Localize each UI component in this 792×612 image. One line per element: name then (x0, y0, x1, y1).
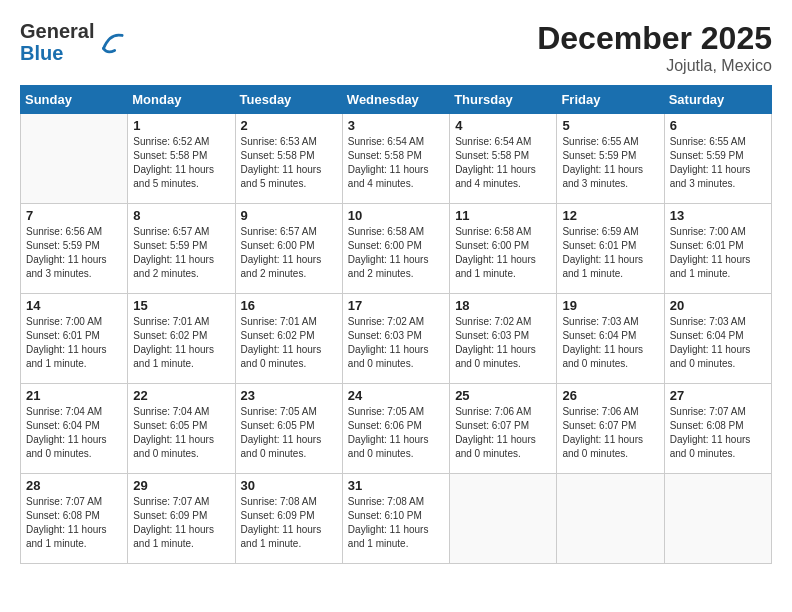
calendar-cell: 19Sunrise: 7:03 AM Sunset: 6:04 PM Dayli… (557, 294, 664, 384)
day-info: Sunrise: 7:05 AM Sunset: 6:05 PM Dayligh… (241, 405, 337, 461)
calendar-cell: 13Sunrise: 7:00 AM Sunset: 6:01 PM Dayli… (664, 204, 771, 294)
day-number: 4 (455, 118, 551, 133)
calendar-cell: 1Sunrise: 6:52 AM Sunset: 5:58 PM Daylig… (128, 114, 235, 204)
day-info: Sunrise: 7:01 AM Sunset: 6:02 PM Dayligh… (241, 315, 337, 371)
day-info: Sunrise: 7:05 AM Sunset: 6:06 PM Dayligh… (348, 405, 444, 461)
weekday-header-row: SundayMondayTuesdayWednesdayThursdayFrid… (21, 86, 772, 114)
day-number: 18 (455, 298, 551, 313)
calendar-cell: 27Sunrise: 7:07 AM Sunset: 6:08 PM Dayli… (664, 384, 771, 474)
calendar-cell: 21Sunrise: 7:04 AM Sunset: 6:04 PM Dayli… (21, 384, 128, 474)
day-number: 14 (26, 298, 122, 313)
calendar-cell (21, 114, 128, 204)
calendar-cell: 25Sunrise: 7:06 AM Sunset: 6:07 PM Dayli… (450, 384, 557, 474)
calendar-cell: 15Sunrise: 7:01 AM Sunset: 6:02 PM Dayli… (128, 294, 235, 384)
calendar-cell (450, 474, 557, 564)
day-number: 10 (348, 208, 444, 223)
day-info: Sunrise: 7:04 AM Sunset: 6:05 PM Dayligh… (133, 405, 229, 461)
day-number: 22 (133, 388, 229, 403)
calendar-cell: 23Sunrise: 7:05 AM Sunset: 6:05 PM Dayli… (235, 384, 342, 474)
page-title: December 2025 (537, 20, 772, 57)
day-info: Sunrise: 7:06 AM Sunset: 6:07 PM Dayligh… (455, 405, 551, 461)
day-info: Sunrise: 7:00 AM Sunset: 6:01 PM Dayligh… (26, 315, 122, 371)
calendar-week-row: 1Sunrise: 6:52 AM Sunset: 5:58 PM Daylig… (21, 114, 772, 204)
calendar-cell: 22Sunrise: 7:04 AM Sunset: 6:05 PM Dayli… (128, 384, 235, 474)
day-number: 5 (562, 118, 658, 133)
day-info: Sunrise: 6:56 AM Sunset: 5:59 PM Dayligh… (26, 225, 122, 281)
day-number: 26 (562, 388, 658, 403)
day-info: Sunrise: 7:07 AM Sunset: 6:08 PM Dayligh… (26, 495, 122, 551)
calendar-cell: 14Sunrise: 7:00 AM Sunset: 6:01 PM Dayli… (21, 294, 128, 384)
calendar-week-row: 28Sunrise: 7:07 AM Sunset: 6:08 PM Dayli… (21, 474, 772, 564)
logo-blue-text: Blue (20, 42, 63, 64)
day-number: 6 (670, 118, 766, 133)
day-number: 19 (562, 298, 658, 313)
calendar-cell: 26Sunrise: 7:06 AM Sunset: 6:07 PM Dayli… (557, 384, 664, 474)
weekday-header-tuesday: Tuesday (235, 86, 342, 114)
calendar-cell: 11Sunrise: 6:58 AM Sunset: 6:00 PM Dayli… (450, 204, 557, 294)
day-number: 29 (133, 478, 229, 493)
calendar-cell: 17Sunrise: 7:02 AM Sunset: 6:03 PM Dayli… (342, 294, 449, 384)
day-info: Sunrise: 6:57 AM Sunset: 6:00 PM Dayligh… (241, 225, 337, 281)
day-info: Sunrise: 6:58 AM Sunset: 6:00 PM Dayligh… (455, 225, 551, 281)
day-info: Sunrise: 7:02 AM Sunset: 6:03 PM Dayligh… (455, 315, 551, 371)
weekday-header-sunday: Sunday (21, 86, 128, 114)
calendar-cell (557, 474, 664, 564)
day-info: Sunrise: 7:01 AM Sunset: 6:02 PM Dayligh… (133, 315, 229, 371)
day-number: 27 (670, 388, 766, 403)
weekday-header-wednesday: Wednesday (342, 86, 449, 114)
day-info: Sunrise: 7:08 AM Sunset: 6:09 PM Dayligh… (241, 495, 337, 551)
weekday-header-thursday: Thursday (450, 86, 557, 114)
day-info: Sunrise: 6:58 AM Sunset: 6:00 PM Dayligh… (348, 225, 444, 281)
day-info: Sunrise: 7:02 AM Sunset: 6:03 PM Dayligh… (348, 315, 444, 371)
day-number: 3 (348, 118, 444, 133)
page-subtitle: Jojutla, Mexico (537, 57, 772, 75)
day-number: 12 (562, 208, 658, 223)
day-info: Sunrise: 6:54 AM Sunset: 5:58 PM Dayligh… (348, 135, 444, 191)
calendar-cell: 2Sunrise: 6:53 AM Sunset: 5:58 PM Daylig… (235, 114, 342, 204)
day-info: Sunrise: 7:04 AM Sunset: 6:04 PM Dayligh… (26, 405, 122, 461)
calendar-cell: 7Sunrise: 6:56 AM Sunset: 5:59 PM Daylig… (21, 204, 128, 294)
calendar-cell: 9Sunrise: 6:57 AM Sunset: 6:00 PM Daylig… (235, 204, 342, 294)
day-number: 8 (133, 208, 229, 223)
day-info: Sunrise: 6:55 AM Sunset: 5:59 PM Dayligh… (670, 135, 766, 191)
calendar-cell: 8Sunrise: 6:57 AM Sunset: 5:59 PM Daylig… (128, 204, 235, 294)
day-number: 31 (348, 478, 444, 493)
day-info: Sunrise: 7:08 AM Sunset: 6:10 PM Dayligh… (348, 495, 444, 551)
calendar-cell: 16Sunrise: 7:01 AM Sunset: 6:02 PM Dayli… (235, 294, 342, 384)
calendar-cell: 12Sunrise: 6:59 AM Sunset: 6:01 PM Dayli… (557, 204, 664, 294)
calendar-cell: 24Sunrise: 7:05 AM Sunset: 6:06 PM Dayli… (342, 384, 449, 474)
day-info: Sunrise: 7:03 AM Sunset: 6:04 PM Dayligh… (670, 315, 766, 371)
calendar-week-row: 14Sunrise: 7:00 AM Sunset: 6:01 PM Dayli… (21, 294, 772, 384)
day-number: 13 (670, 208, 766, 223)
day-info: Sunrise: 7:06 AM Sunset: 6:07 PM Dayligh… (562, 405, 658, 461)
day-info: Sunrise: 7:00 AM Sunset: 6:01 PM Dayligh… (670, 225, 766, 281)
calendar-week-row: 7Sunrise: 6:56 AM Sunset: 5:59 PM Daylig… (21, 204, 772, 294)
day-number: 7 (26, 208, 122, 223)
day-info: Sunrise: 6:57 AM Sunset: 5:59 PM Dayligh… (133, 225, 229, 281)
day-number: 9 (241, 208, 337, 223)
day-number: 25 (455, 388, 551, 403)
calendar-cell: 3Sunrise: 6:54 AM Sunset: 5:58 PM Daylig… (342, 114, 449, 204)
day-info: Sunrise: 6:54 AM Sunset: 5:58 PM Dayligh… (455, 135, 551, 191)
day-info: Sunrise: 7:03 AM Sunset: 6:04 PM Dayligh… (562, 315, 658, 371)
day-info: Sunrise: 6:53 AM Sunset: 5:58 PM Dayligh… (241, 135, 337, 191)
calendar-cell: 6Sunrise: 6:55 AM Sunset: 5:59 PM Daylig… (664, 114, 771, 204)
calendar-table: SundayMondayTuesdayWednesdayThursdayFrid… (20, 85, 772, 564)
day-number: 15 (133, 298, 229, 313)
day-number: 17 (348, 298, 444, 313)
calendar-cell: 30Sunrise: 7:08 AM Sunset: 6:09 PM Dayli… (235, 474, 342, 564)
day-number: 20 (670, 298, 766, 313)
logo-general-text: General (20, 20, 94, 42)
day-number: 23 (241, 388, 337, 403)
day-number: 16 (241, 298, 337, 313)
calendar-cell: 18Sunrise: 7:02 AM Sunset: 6:03 PM Dayli… (450, 294, 557, 384)
day-number: 24 (348, 388, 444, 403)
logo: General Blue (20, 20, 124, 64)
day-info: Sunrise: 6:55 AM Sunset: 5:59 PM Dayligh… (562, 135, 658, 191)
calendar-cell: 10Sunrise: 6:58 AM Sunset: 6:00 PM Dayli… (342, 204, 449, 294)
weekday-header-saturday: Saturday (664, 86, 771, 114)
weekday-header-friday: Friday (557, 86, 664, 114)
day-number: 21 (26, 388, 122, 403)
calendar-cell: 31Sunrise: 7:08 AM Sunset: 6:10 PM Dayli… (342, 474, 449, 564)
day-number: 2 (241, 118, 337, 133)
